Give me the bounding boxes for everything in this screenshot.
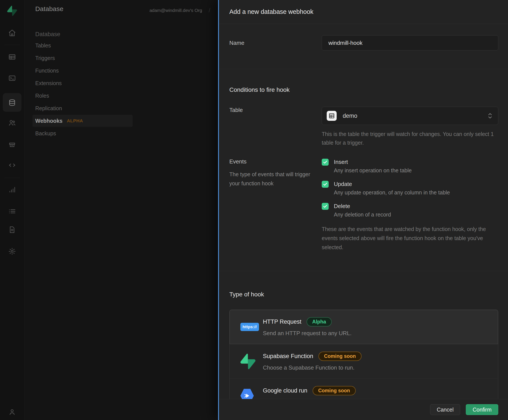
google-cloud-run-icon bbox=[240, 388, 263, 399]
update-label: Update bbox=[334, 180, 450, 188]
events-label-col: Events The type of events that will trig… bbox=[229, 158, 322, 188]
webhook-name-input[interactable] bbox=[322, 35, 498, 50]
supabase-dashboard: Database adam@windmill.dev's Org / Datab… bbox=[0, 0, 508, 420]
table-select-value: demo bbox=[343, 112, 357, 119]
event-row-delete: Delete Any deletion of a record bbox=[322, 202, 498, 218]
hook-option-http-request[interactable]: https:// HTTP Request Alpha Send an HTTP… bbox=[229, 310, 498, 344]
conditions-heading: Conditions to fire hook bbox=[229, 86, 508, 94]
delete-label: Delete bbox=[334, 202, 391, 210]
panel-header: Add a new database webhook bbox=[219, 0, 508, 24]
hook-type-heading: Type of hook bbox=[229, 291, 508, 298]
alpha-pill: Alpha bbox=[307, 317, 332, 326]
workspace-background: Database adam@windmill.dev's Org / Datab… bbox=[0, 0, 218, 420]
events-label: Events bbox=[229, 158, 322, 165]
name-label: Name bbox=[229, 40, 322, 46]
delete-desc: Any deletion of a record bbox=[334, 211, 391, 218]
event-row-update: Update Any update operation, of any colu… bbox=[322, 180, 498, 196]
table-field-row: Table demo This is the table the trigger… bbox=[229, 107, 498, 147]
event-row-insert: Insert Any insert operation on the table bbox=[322, 158, 498, 174]
overlay-backdrop[interactable] bbox=[0, 0, 218, 420]
cancel-button[interactable]: Cancel bbox=[430, 404, 460, 415]
panel-title: Add a new database webhook bbox=[229, 8, 314, 15]
webhook-panel: Add a new database webhook Name Conditio… bbox=[218, 0, 508, 420]
chevron-up-down-icon bbox=[487, 112, 493, 120]
check-icon bbox=[323, 182, 328, 187]
table-icon bbox=[327, 111, 337, 121]
insert-checkbox[interactable] bbox=[322, 159, 329, 166]
https-badge-icon: https:// bbox=[240, 323, 263, 331]
insert-desc: Any insert operation on the table bbox=[334, 167, 412, 174]
events-footnote: These are the events that are watched by… bbox=[322, 225, 498, 252]
events-help-text: The type of events that will trigger you… bbox=[229, 170, 314, 188]
events-field-row: Events The type of events that will trig… bbox=[229, 158, 498, 252]
coming-soon-pill: Coming soon bbox=[318, 352, 361, 361]
name-field-row: Name bbox=[229, 35, 498, 50]
option-title: HTTP Request bbox=[263, 318, 301, 325]
section-divider bbox=[219, 271, 508, 271]
table-select[interactable]: demo bbox=[322, 107, 498, 125]
table-help-text: This is the table the trigger will watch… bbox=[322, 130, 498, 147]
option-desc: Choose a Supabase Function to run. bbox=[263, 364, 492, 371]
hook-option-supabase-function[interactable]: Supabase Function Coming soon Choose a S… bbox=[229, 344, 498, 378]
check-icon bbox=[323, 204, 328, 209]
check-icon bbox=[323, 160, 328, 165]
table-label: Table bbox=[229, 107, 322, 113]
confirm-button[interactable]: Confirm bbox=[466, 404, 498, 415]
panel-body: Name Conditions to fire hook Table demo bbox=[219, 24, 508, 399]
supabase-bolt-icon bbox=[240, 353, 263, 369]
option-title: Supabase Function bbox=[263, 353, 313, 360]
delete-checkbox[interactable] bbox=[322, 203, 329, 210]
coming-soon-pill: Coming soon bbox=[313, 386, 356, 395]
hook-type-list: https:// HTTP Request Alpha Send an HTTP… bbox=[229, 310, 498, 399]
option-title: Google cloud run bbox=[263, 387, 308, 394]
panel-footer: Cancel Confirm bbox=[219, 399, 508, 420]
hook-option-google-cloud-run[interactable]: Google cloud run Coming soon Choose a go… bbox=[229, 378, 498, 399]
update-checkbox[interactable] bbox=[322, 181, 329, 188]
option-desc: Send an HTTP request to any URL. bbox=[263, 330, 492, 337]
insert-label: Insert bbox=[334, 158, 412, 166]
update-desc: Any update operation, of any column in t… bbox=[334, 189, 450, 196]
